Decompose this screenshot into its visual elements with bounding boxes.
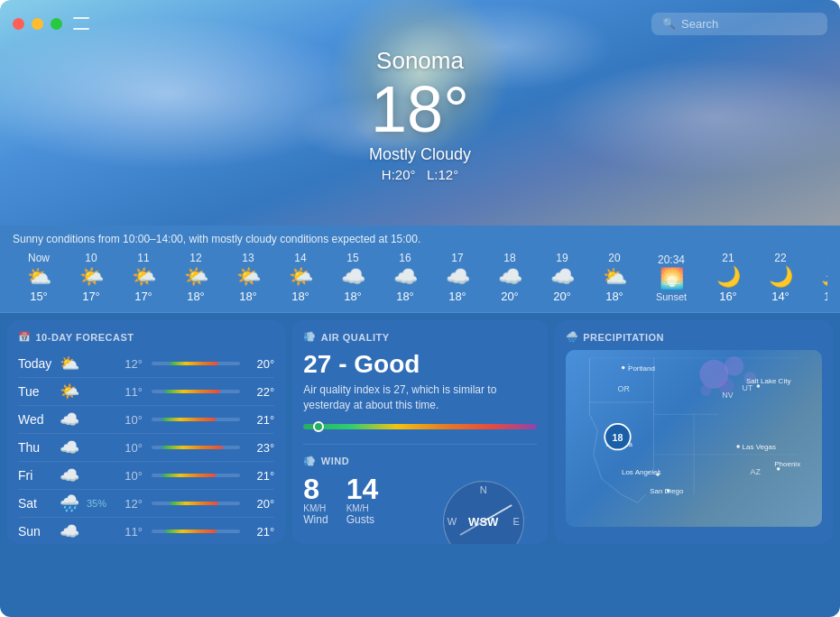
compass-east: E <box>512 516 519 527</box>
search-input[interactable] <box>681 17 817 31</box>
forecast-high: 22° <box>249 385 274 399</box>
aq-dot <box>313 421 324 432</box>
hourly-item: 20:34 🌅 Sunset <box>641 253 702 302</box>
forecast-high: 23° <box>249 441 274 455</box>
svg-text:Salt Lake City: Salt Lake City <box>746 377 790 385</box>
wind-label: Wind <box>303 513 328 526</box>
wind-gusts-block: 14 KM/H Gusts <box>346 474 379 526</box>
hourly-time: 16 <box>399 252 411 264</box>
hourly-temp: 18° <box>239 290 257 303</box>
hourly-temp: 18° <box>344 290 362 303</box>
hourly-strip: Sunny conditions from 10:00–14:00, with … <box>0 226 840 313</box>
wind-speed-block: 8 KM/H Wind <box>303 474 328 526</box>
hourly-temp: 17° <box>82 290 100 303</box>
hourly-item: 13 🌤️ 18° <box>222 252 274 303</box>
forecast-high: 20° <box>249 357 274 371</box>
hourly-item: Now ⛅ 15° <box>13 252 65 303</box>
temp-bar <box>170 362 218 365</box>
forecast-day: Sat <box>18 496 52 511</box>
hourly-item: 11 🌤️ 17° <box>117 252 170 303</box>
forecast-high: 21° <box>249 413 274 427</box>
hourly-item: 17 ☁️ 18° <box>431 252 484 303</box>
hourly-icon: ⛅ <box>27 267 51 287</box>
wind-speed-unit: KM/H <box>303 503 328 513</box>
hourly-item: 18 ☁️ 20° <box>484 252 536 303</box>
aq-description: Air quality index is 27, which is simila… <box>303 382 536 413</box>
title-bar: 🔍 <box>0 0 840 47</box>
aq-header: 💨 AIR QUALITY <box>303 331 536 343</box>
hourly-time: 17 <box>451 252 463 264</box>
hourly-temp: 13° <box>824 290 827 303</box>
hourly-temp: 20° <box>553 290 571 303</box>
wind-section: 💨 WIND 8 KM/H Wind 14 KM/H Gusts <box>303 444 536 526</box>
compass-west: W <box>448 516 457 527</box>
main-content: Sunny conditions from 10:00–14:00, with … <box>0 226 840 617</box>
forecast-icon: ☁️ <box>60 410 79 429</box>
temp-bar-container <box>152 474 240 477</box>
compass-north: N <box>480 484 487 495</box>
hourly-time: 11 <box>137 252 149 264</box>
fullscreen-button[interactable] <box>51 18 62 30</box>
hourly-time: 15 <box>346 252 358 264</box>
hourly-time: 19 <box>556 252 568 264</box>
forecast-high: 20° <box>249 497 274 511</box>
precip-icon: 🌧️ <box>566 331 579 343</box>
search-bar[interactable]: 🔍 <box>651 13 827 35</box>
high-low: H:20° L:12° <box>0 167 840 182</box>
temp-bar <box>162 474 216 477</box>
forecast-icon: 🌤️ <box>60 382 79 401</box>
hourly-notice: Sunny conditions from 10:00–14:00, with … <box>13 233 827 245</box>
wind-gusts: 14 <box>346 474 379 503</box>
forecast-panel: 📅 10-DAY FORECAST Today ⛅ 12° 20° Tue 🌤️… <box>7 320 285 544</box>
hourly-item: 16 ☁️ 18° <box>379 252 431 303</box>
hourly-temp: 16° <box>719 290 737 303</box>
aq-icon: 💨 <box>303 331 317 343</box>
map-svg: OR NV UT AZ Portland • Salt Lake City La… <box>566 350 822 527</box>
hourly-icon: ⛅ <box>603 267 627 287</box>
traffic-lights <box>13 18 62 30</box>
hourly-time: 18 <box>503 252 515 264</box>
scroll-right-chevron[interactable]: › <box>826 268 827 287</box>
forecast-high: 21° <box>249 469 274 483</box>
hourly-icon: ☁️ <box>550 267 575 287</box>
forecast-low: 11° <box>117 385 143 399</box>
forecast-row: Tue 🌤️ 11° 22° <box>18 378 274 406</box>
hourly-time: 23 <box>826 252 827 264</box>
svg-text:Phoenix: Phoenix <box>774 460 800 468</box>
temp-bar <box>162 446 223 449</box>
aq-value: 27 - Good <box>303 350 536 379</box>
svg-point-6 <box>725 356 743 375</box>
forecast-icon: ⛅ <box>60 354 79 373</box>
forecast-icon: 🌧️ <box>60 493 79 513</box>
forecast-row: Today ⛅ 12° 20° <box>18 350 274 378</box>
calendar-icon: 📅 <box>18 331 32 343</box>
svg-point-14 <box>622 366 625 370</box>
wind-gusts-label: Gusts <box>346 513 379 526</box>
close-button[interactable] <box>13 18 24 30</box>
hourly-temp: 18° <box>448 290 466 303</box>
hourly-temp: 18° <box>605 290 623 303</box>
temp-bar-container <box>152 418 240 421</box>
temp-bar <box>165 530 217 533</box>
svg-point-19 <box>736 445 740 448</box>
hourly-item: 23 🌙 13° <box>807 252 827 303</box>
hourly-item: 14 🌤️ 18° <box>274 252 327 303</box>
sidebar-toggle-button[interactable] <box>73 17 89 30</box>
hero-content: Sonoma 18° Mostly Cloudy H:20° L:12° <box>0 47 840 182</box>
search-icon: 🔍 <box>662 17 676 30</box>
high-temp: H:20° <box>382 167 416 182</box>
hourly-item: 21 🌙 16° <box>702 252 754 303</box>
minimize-button[interactable] <box>32 18 43 30</box>
svg-text:Los Angeles: Los Angeles <box>622 468 661 476</box>
hourly-time: 14 <box>294 252 306 264</box>
hourly-temp: 17° <box>134 290 152 303</box>
center-panel: 💨 AIR QUALITY 27 - Good Air quality inde… <box>292 320 547 544</box>
svg-text:18: 18 <box>612 432 623 443</box>
hourly-item: 12 🌤️ 18° <box>170 252 222 303</box>
forecast-header: 📅 10-DAY FORECAST <box>18 331 274 343</box>
forecast-row: Fri ☁️ 10° 21° <box>18 462 274 490</box>
forecast-day: Wed <box>18 412 52 427</box>
hourly-time: 21 <box>722 252 734 264</box>
wind-icon: 💨 <box>303 456 317 467</box>
wind-header: 💨 WIND <box>303 456 536 467</box>
